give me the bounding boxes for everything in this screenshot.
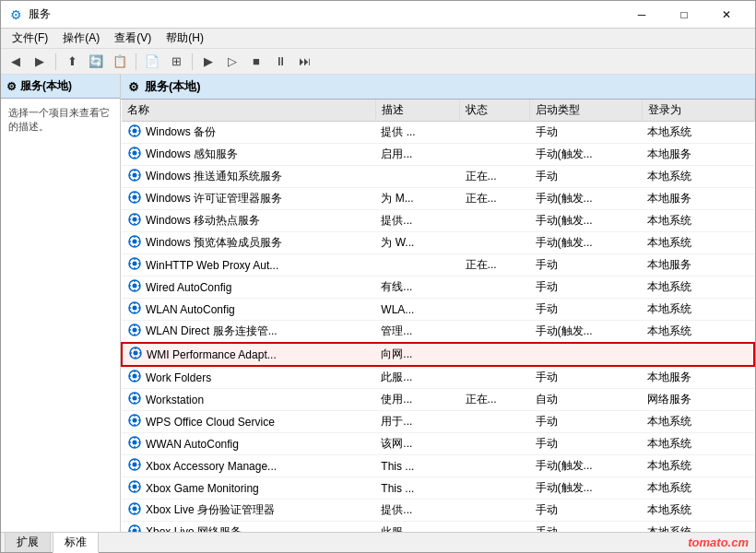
service-startup: 手动(触发... xyxy=(530,477,643,500)
menu-action[interactable]: 操作(A) xyxy=(55,29,107,48)
show-hide-button[interactable]: 📋 xyxy=(109,52,131,72)
stop-button[interactable]: ■ xyxy=(245,52,267,72)
service-login: 本地服务 xyxy=(642,144,754,166)
service-login: 本地系统 xyxy=(642,522,754,533)
table-row[interactable]: Xbox Live 身份验证管理器提供...手动本地系统 xyxy=(122,500,754,522)
svg-point-31 xyxy=(133,240,137,244)
table-row[interactable]: WWAN AutoConfig该网...手动本地系统 xyxy=(122,433,754,455)
service-login: 本地系统 xyxy=(642,433,754,455)
title-bar: ⚙ 服务 ─ □ ✕ xyxy=(1,1,755,29)
service-icon xyxy=(127,234,142,252)
service-name: Windows 预览体验成员服务 xyxy=(146,235,282,251)
service-startup: 手动 xyxy=(530,433,643,455)
properties-button[interactable]: 📄 xyxy=(141,52,163,72)
table-row[interactable]: WPS Office Cloud Service用于...手动本地系统 xyxy=(122,411,754,433)
close-button[interactable]: ✕ xyxy=(705,1,748,29)
service-status xyxy=(460,366,530,389)
service-status xyxy=(460,321,530,344)
service-icon xyxy=(127,524,142,532)
col-header-status[interactable]: 状态 xyxy=(460,100,530,122)
table-row[interactable]: Windows 推送通知系统服务正在...手动本地系统 xyxy=(122,166,754,188)
service-status xyxy=(460,500,530,522)
table-row[interactable]: WLAN Direct 服务连接管...管理...手动(触发...本地系统 xyxy=(122,321,754,344)
tab-extended[interactable]: 扩展 xyxy=(5,532,51,552)
table-row[interactable]: WinHTTP Web Proxy Aut...正在...手动本地服务 xyxy=(122,254,754,276)
service-icon xyxy=(127,391,142,408)
table-row[interactable]: Workstation使用...正在...自动网络服务 xyxy=(122,389,754,411)
minimize-button[interactable]: ─ xyxy=(620,1,663,29)
back-button[interactable]: ◀ xyxy=(5,52,27,72)
resume-button[interactable]: ⏭ xyxy=(293,52,315,72)
menu-bar: 文件(F) 操作(A) 查看(V) 帮助(H) xyxy=(1,29,755,49)
service-startup: 手动(触发... xyxy=(530,188,643,210)
service-desc xyxy=(375,254,459,276)
bottom-tabs: 扩展 标准 xyxy=(1,532,755,552)
svg-point-13 xyxy=(133,173,137,178)
svg-point-37 xyxy=(133,262,137,266)
services-table-container[interactable]: 名称 描述 状态 启动类型 登录为 Windows 备份提供 ...手动本地系 xyxy=(121,100,755,532)
table-row[interactable]: WLAN AutoConfigWLA...手动本地系统 xyxy=(122,299,754,321)
service-desc: This ... xyxy=(375,477,459,500)
sidebar-icon: ⚙ xyxy=(6,80,17,93)
service-desc: 此服... xyxy=(375,522,459,533)
menu-help[interactable]: 帮助(H) xyxy=(159,29,211,48)
service-status xyxy=(460,522,530,533)
service-icon xyxy=(127,278,142,296)
maximize-button[interactable]: □ xyxy=(663,1,705,29)
col-header-startup[interactable]: 启动类型 xyxy=(530,100,643,122)
sidebar: ⚙ 服务(本地) 选择一个项目来查看它的描述。 xyxy=(1,75,121,532)
table-row[interactable]: Work Folders此服...手动本地服务 xyxy=(122,366,754,389)
tab-standard[interactable]: 标准 xyxy=(53,532,99,553)
sidebar-title: 服务(本地) xyxy=(20,78,72,94)
svg-point-49 xyxy=(133,306,137,311)
service-desc: WLA... xyxy=(375,299,459,321)
table-row[interactable]: Windows 感知服务启用...手动(触发...本地服务 xyxy=(122,144,754,166)
service-status: 正在... xyxy=(460,166,530,188)
up-button[interactable]: ⬆ xyxy=(61,52,83,72)
service-startup: 手动 xyxy=(530,411,643,433)
refresh-button[interactable]: 🔄 xyxy=(85,52,107,72)
forward-button[interactable]: ▶ xyxy=(29,52,51,72)
service-login: 本地系统 xyxy=(642,500,754,522)
col-header-login[interactable]: 登录为 xyxy=(642,100,754,122)
table-row[interactable]: Xbox Accessory Manage...This ...手动(触发...… xyxy=(122,455,754,477)
service-status xyxy=(460,477,530,500)
table-row[interactable]: Xbox Game MonitoringThis ...手动(触发...本地系统 xyxy=(122,477,754,500)
table-row[interactable]: Windows 许可证管理器服务为 M...正在...手动(触发...本地服务 xyxy=(122,188,754,210)
service-name: Windows 备份 xyxy=(146,124,216,140)
service-icon xyxy=(127,146,142,163)
service-desc: 启用... xyxy=(375,144,459,166)
service-login: 本地服务 xyxy=(642,188,754,210)
start2-button[interactable]: ▷ xyxy=(221,52,243,72)
svg-point-7 xyxy=(133,151,137,156)
service-icon xyxy=(127,457,142,475)
service-icon xyxy=(127,435,142,453)
service-desc: 提供 ... xyxy=(375,122,459,144)
svg-point-67 xyxy=(133,374,137,379)
service-login: 本地系统 xyxy=(642,232,754,254)
service-icon xyxy=(127,212,142,229)
grid-button[interactable]: ⊞ xyxy=(165,52,187,72)
menu-view[interactable]: 查看(V) xyxy=(107,29,159,48)
sidebar-header: ⚙ 服务(本地) xyxy=(1,75,120,99)
table-row[interactable]: WMI Performance Adapt...向网... xyxy=(122,343,754,366)
service-status xyxy=(460,276,530,299)
service-icon xyxy=(128,346,143,363)
service-status: 正在... xyxy=(460,188,530,210)
service-name: WLAN Direct 服务连接管... xyxy=(146,324,278,339)
table-row[interactable]: Windows 备份提供 ...手动本地系统 xyxy=(122,122,754,144)
content-pane: ⚙ 服务(本地) 名称 描述 状态 启动类型 登录为 xyxy=(121,75,755,532)
table-row[interactable]: Windows 预览体验成员服务为 W...手动(触发...本地系统 xyxy=(122,232,754,254)
svg-point-85 xyxy=(133,441,137,445)
start-button[interactable]: ▶ xyxy=(197,52,219,72)
col-header-name[interactable]: 名称 xyxy=(122,100,375,122)
table-row[interactable]: Windows 移动热点服务提供...手动(触发...本地系统 xyxy=(122,210,754,232)
service-status xyxy=(460,433,530,455)
service-startup: 手动 xyxy=(530,276,643,299)
table-row[interactable]: Wired AutoConfig有线...手动本地系统 xyxy=(122,276,754,299)
menu-file[interactable]: 文件(F) xyxy=(5,29,55,48)
col-header-desc[interactable]: 描述 xyxy=(375,100,459,122)
table-row[interactable]: Xbox Live 网络服务此服...手动本地系统 xyxy=(122,522,754,533)
service-status xyxy=(460,343,530,366)
pause-button[interactable]: ⏸ xyxy=(269,52,291,72)
